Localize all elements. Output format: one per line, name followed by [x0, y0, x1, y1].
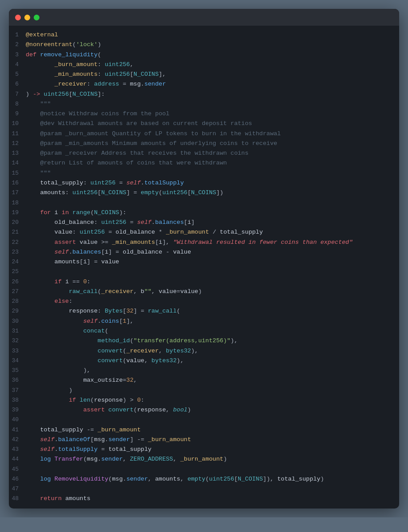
- line-14: 14 @return List of amounts of coins that…: [9, 158, 399, 168]
- line-38: 38 if len(response) > 0:: [9, 395, 399, 405]
- line-29: 29 response: Bytes[32] = raw_call(: [9, 306, 399, 316]
- minimize-button[interactable]: [24, 15, 30, 20]
- line-34: 34 convert(value, bytes32),: [9, 356, 399, 366]
- line-47: 47: [9, 484, 399, 494]
- line-39: 39 assert convert(response, bool): [9, 405, 399, 415]
- line-36: 36 max_outsize=32,: [9, 376, 399, 385]
- line-43: 43 self.totalSupply = total_supply: [9, 445, 399, 454]
- line-41: 41 total_supply -= _burn_amount: [9, 425, 399, 435]
- line-35: 35 ),: [9, 366, 399, 376]
- line-17: 17 amounts: uint256[N_COINS] = empty(uin…: [9, 188, 399, 198]
- line-44: 44 log Transfer(msg.sender, ZERO_ADDRESS…: [9, 454, 399, 464]
- line-9: 9 @notice Withdraw coins from the pool: [9, 109, 399, 119]
- line-13: 13 @param _receiver Address that receive…: [9, 149, 399, 158]
- line-3: 3 def remove_liquidity(: [9, 50, 399, 60]
- line-21: 21 value: uint256 = old_balance * _burn_…: [9, 227, 399, 237]
- line-42: 42 self.balanceOf[msg.sender] -= _burn_a…: [9, 435, 399, 445]
- line-23: 23 self.balances[i] = old_balance - valu…: [9, 247, 399, 257]
- line-1: 1 @external: [9, 30, 399, 40]
- line-31: 31 concat(: [9, 326, 399, 336]
- line-19: 19 for i in range(N_COINS):: [9, 208, 399, 218]
- line-45: 45: [9, 465, 399, 474]
- line-27: 27 raw_call(_receiver, b"", value=value): [9, 287, 399, 297]
- line-37: 37 ): [9, 386, 399, 395]
- line-28: 28 else:: [9, 297, 399, 306]
- line-20: 20 old_balance: uint256 = self.balances[…: [9, 218, 399, 227]
- line-46: 46 log RemoveLiquidity(msg.sender, amoun…: [9, 474, 399, 484]
- close-button[interactable]: [15, 15, 21, 20]
- line-30: 30 self.coins[1],: [9, 317, 399, 326]
- line-2: 2 @nonreentrant('lock'): [9, 40, 399, 50]
- line-32: 32 method_id("transfer(address,uint256)"…: [9, 336, 399, 346]
- line-6: 6 _receiver: address = msg.sender: [9, 79, 399, 89]
- line-48: 48 return amounts: [9, 494, 399, 504]
- line-22: 22 assert value >= _min_amounts[i], "Wit…: [9, 238, 399, 247]
- code-area: 1 @external 2 @nonreentrant('lock') 3 de…: [9, 26, 399, 509]
- line-15: 15 """: [9, 168, 399, 178]
- line-4: 4 _burn_amount: uint256,: [9, 60, 399, 70]
- line-16: 16 total_supply: uint256 = self.totalSup…: [9, 178, 399, 188]
- line-26: 26 if i == 0:: [9, 277, 399, 287]
- code-editor-window: 1 @external 2 @nonreentrant('lock') 3 de…: [9, 9, 399, 509]
- line-7: 7 ) -> uint256[N_COINS]:: [9, 90, 399, 99]
- line-12: 12 @param _min_amounts Minimum amounts o…: [9, 139, 399, 149]
- line-33: 33 convert(_receiver, bytes32),: [9, 346, 399, 356]
- line-10: 10 @dev Withdrawal amounts are based on …: [9, 119, 399, 129]
- line-24: 24 amounts[i] = value: [9, 257, 399, 267]
- line-25: 25: [9, 267, 399, 277]
- line-18: 18: [9, 198, 399, 208]
- line-5: 5 _min_amounts: uint256[N_COINS],: [9, 70, 399, 79]
- maximize-button[interactable]: [34, 15, 39, 20]
- line-40: 40: [9, 415, 399, 425]
- line-11: 11 @param _burn_amount Quantity of LP to…: [9, 129, 399, 139]
- line-8: 8 """: [9, 99, 399, 109]
- titlebar: [9, 9, 399, 26]
